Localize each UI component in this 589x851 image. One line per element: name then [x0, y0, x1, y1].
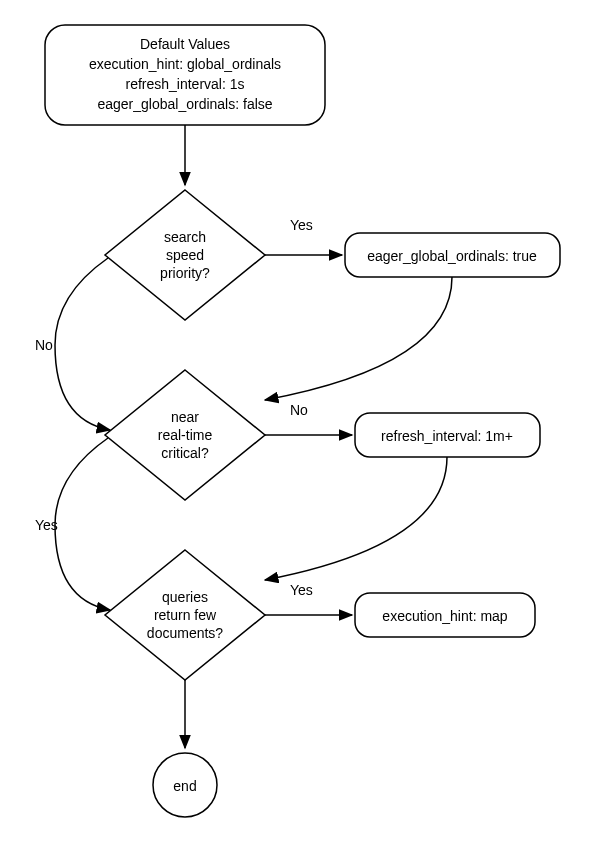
decision2-line-1: near: [171, 409, 199, 425]
start-node: Default Values execution_hint: global_or…: [45, 25, 325, 125]
label-no2: No: [290, 402, 308, 418]
label-yes1: Yes: [290, 217, 313, 233]
label-yes2: Yes: [35, 517, 58, 533]
end-node: end: [153, 753, 217, 817]
end-text: end: [173, 778, 196, 794]
decision3-line-1: queries: [162, 589, 208, 605]
action1-line-1: eager_global_ordinals: true: [367, 248, 537, 264]
label-no1: No: [35, 337, 53, 353]
action1-node: eager_global_ordinals: true: [345, 233, 560, 277]
action3-node: execution_hint: map: [355, 593, 535, 637]
decision2-line-3: critical?: [161, 445, 209, 461]
action2-line-1: refresh_interval: 1m+: [381, 428, 513, 444]
decision1-node: search speed priority?: [105, 190, 265, 320]
start-line-1: Default Values: [140, 36, 230, 52]
edge-action1-decision2: [265, 277, 452, 400]
edge-action2-decision3: [265, 457, 447, 580]
action3-line-1: execution_hint: map: [382, 608, 508, 624]
start-line-4: eager_global_ordinals: false: [97, 96, 272, 112]
start-line-3: refresh_interval: 1s: [125, 76, 244, 92]
decision1-line-2: speed: [166, 247, 204, 263]
edge-decision1-decision2: [55, 258, 110, 430]
decision2-line-2: real-time: [158, 427, 213, 443]
label-yes3: Yes: [290, 582, 313, 598]
action2-node: refresh_interval: 1m+: [355, 413, 540, 457]
decision3-line-3: documents?: [147, 625, 223, 641]
decision3-line-2: return few: [154, 607, 217, 623]
start-line-2: execution_hint: global_ordinals: [89, 56, 281, 72]
edge-decision2-decision3: [55, 438, 110, 610]
decision2-node: near real-time critical?: [105, 370, 265, 500]
decision1-line-3: priority?: [160, 265, 210, 281]
decision1-line-1: search: [164, 229, 206, 245]
decision3-node: queries return few documents?: [105, 550, 265, 680]
flowchart-diagram: Default Values execution_hint: global_or…: [0, 0, 589, 851]
